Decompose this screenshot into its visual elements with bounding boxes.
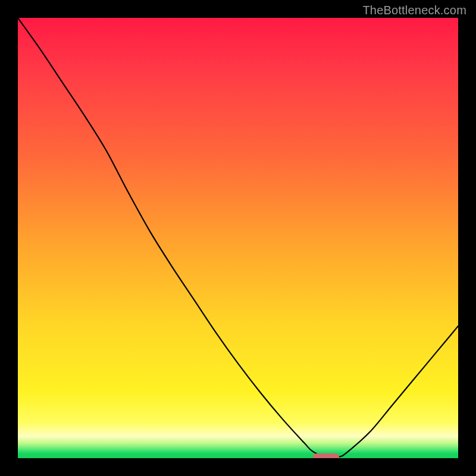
plot-area (18, 18, 458, 458)
chart-frame: TheBottleneck.com (0, 0, 476, 476)
bottleneck-curve (18, 18, 458, 458)
curve-path (18, 18, 458, 458)
optimum-marker (313, 453, 339, 458)
watermark-label: TheBottleneck.com (362, 4, 466, 17)
